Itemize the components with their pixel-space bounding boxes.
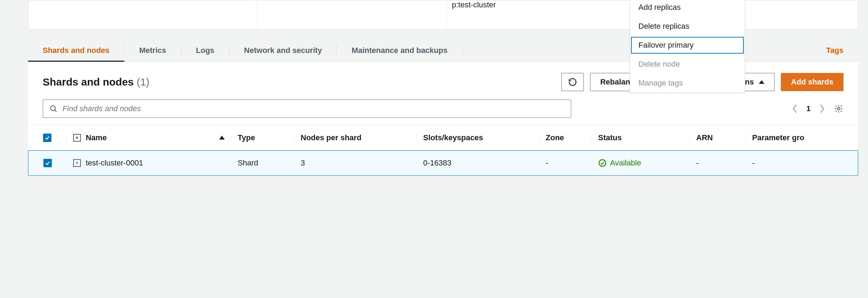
menu-item-failover-primary[interactable]: Failover primary xyxy=(630,36,745,55)
table-header-row: + Name Type Nodes per shard Slots/keyspa… xyxy=(28,125,858,150)
col-slots[interactable]: Slots/keyspaces xyxy=(416,133,539,142)
svg-point-3 xyxy=(599,160,606,167)
menu-item-delete-replicas[interactable]: Delete replicas xyxy=(630,17,745,36)
svg-line-1 xyxy=(55,110,56,111)
status-ok-icon xyxy=(598,159,607,167)
sort-asc-icon xyxy=(219,136,225,140)
caret-up-icon xyxy=(759,80,764,84)
divider xyxy=(257,0,258,29)
expand-all-icon[interactable]: + xyxy=(73,134,81,142)
row-nodes-per-shard: 3 xyxy=(294,158,417,168)
panel-title: Shards and nodes (1) xyxy=(43,76,555,88)
col-parameter-group[interactable]: Parameter gro xyxy=(746,133,858,142)
search-icon xyxy=(49,104,57,113)
tab-tags[interactable]: Tags xyxy=(811,40,858,61)
row-name-cell: + test-cluster-0001 xyxy=(67,158,231,168)
tab-network-and-security[interactable]: Network and security xyxy=(229,40,337,61)
page-number: 1 xyxy=(806,104,811,113)
tab-logs[interactable]: Logs xyxy=(181,40,229,61)
select-all-checkbox[interactable] xyxy=(43,134,51,142)
col-type[interactable]: Type xyxy=(231,133,294,142)
row-arn: - xyxy=(690,158,746,168)
menu-item-delete-node: Delete node xyxy=(630,55,745,74)
tabs-bar: Shards and nodes Metrics Logs Network an… xyxy=(28,40,858,62)
next-page-icon[interactable] xyxy=(819,104,825,114)
panel-title-text: Shards and nodes xyxy=(43,76,134,88)
pagination: 1 xyxy=(792,104,844,114)
expand-row-icon[interactable]: + xyxy=(73,159,81,167)
cluster-label: p:test-cluster xyxy=(452,0,496,9)
col-zone[interactable]: Zone xyxy=(539,133,592,142)
add-shards-button[interactable]: Add shards xyxy=(781,73,844,91)
tab-metrics[interactable]: Metrics xyxy=(125,40,181,61)
tab-maintenance-and-backups[interactable]: Maintenance and backups xyxy=(337,40,462,61)
menu-item-add-replicas[interactable]: Add replicas xyxy=(630,0,745,17)
select-all-cell[interactable] xyxy=(28,134,66,142)
search-box[interactable] xyxy=(43,100,571,118)
col-name-label: Name xyxy=(86,133,107,142)
search-input[interactable] xyxy=(62,104,565,113)
col-status[interactable]: Status xyxy=(592,133,690,142)
divider xyxy=(447,0,447,29)
row-checkbox[interactable] xyxy=(43,159,52,167)
col-arn[interactable]: ARN xyxy=(690,133,746,142)
col-nodes-per-shard[interactable]: Nodes per shard xyxy=(294,133,416,142)
row-name: test-cluster-0001 xyxy=(86,158,143,168)
search-row: 1 xyxy=(28,91,858,125)
actions-dropdown-menu: Add replicas Delete replicas Failover pr… xyxy=(630,0,745,93)
row-slots: 0-16383 xyxy=(417,158,539,168)
row-status-text: Available xyxy=(610,158,641,168)
shards-table: + Name Type Nodes per shard Slots/keyspa… xyxy=(28,125,858,176)
refresh-button[interactable] xyxy=(561,73,584,91)
divider xyxy=(462,45,463,56)
col-name[interactable]: + Name xyxy=(66,133,231,142)
refresh-icon xyxy=(568,77,577,87)
row-parameter-group: - xyxy=(746,158,858,168)
row-status: Available xyxy=(592,158,690,168)
prev-page-icon[interactable] xyxy=(792,104,798,114)
menu-item-manage-tags: Manage tags xyxy=(630,74,745,93)
settings-icon[interactable] xyxy=(834,104,844,114)
row-select-cell[interactable] xyxy=(28,159,67,167)
panel-item-count: (1) xyxy=(136,76,149,88)
svg-point-2 xyxy=(837,107,840,110)
row-type: Shard xyxy=(231,158,294,168)
svg-point-0 xyxy=(50,106,55,111)
table-row[interactable]: + test-cluster-0001 Shard 3 0-16383 - Av… xyxy=(28,150,858,176)
tab-shards-and-nodes[interactable]: Shards and nodes xyxy=(28,40,124,61)
row-zone: - xyxy=(539,158,592,168)
